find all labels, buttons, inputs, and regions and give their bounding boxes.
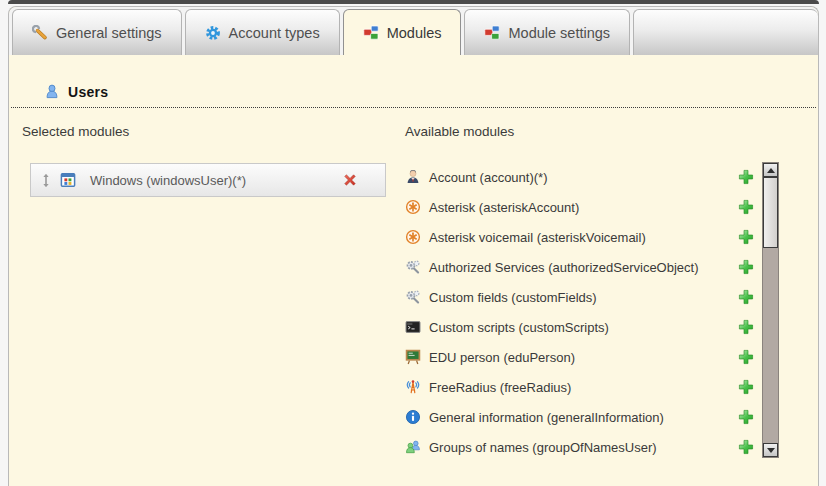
section-header-users: Users [44, 84, 108, 100]
available-modules-list: Account (account)(*) Asterisk (asteriskA… [405, 162, 754, 462]
add-icon [738, 229, 754, 245]
add-module-button[interactable] [738, 229, 754, 245]
add-icon [738, 199, 754, 215]
tab-modules[interactable]: Modules [343, 9, 462, 55]
selected-module-row: Windows (windowsUser)(*) [30, 163, 386, 197]
add-module-button[interactable] [738, 409, 754, 425]
arrow-down-icon [767, 448, 775, 453]
services-icon [405, 289, 421, 305]
module-label: Asterisk (asteriskAccount) [429, 200, 738, 215]
add-module-button[interactable] [738, 319, 754, 335]
antenna-icon [405, 379, 421, 395]
available-modules-label: Available modules [405, 124, 514, 139]
asterisk-icon [405, 229, 421, 245]
add-module-button[interactable] [738, 349, 754, 365]
terminal-icon [405, 319, 421, 335]
info-icon [405, 409, 421, 425]
add-module-button[interactable] [738, 169, 754, 185]
module-label: General information (generalInformation) [429, 410, 738, 425]
add-icon [738, 319, 754, 335]
scrollbar-down-button[interactable] [763, 443, 778, 457]
available-module-row: Asterisk voicemail (asteriskVoicemail) [405, 222, 754, 252]
asterisk-icon [405, 199, 421, 215]
add-module-button[interactable] [738, 259, 754, 275]
section-divider [11, 107, 816, 108]
add-module-button[interactable] [738, 379, 754, 395]
add-icon [738, 379, 754, 395]
available-module-row: Groups of names (groupOfNamesUser) [405, 432, 754, 462]
module-label: Custom fields (customFields) [429, 290, 738, 305]
available-module-row: EDU person (eduPerson) [405, 342, 754, 372]
delete-icon [342, 172, 358, 188]
module-label: Groups of names (groupOfNamesUser) [429, 440, 738, 455]
available-module-row: Asterisk (asteriskAccount) [405, 192, 754, 222]
available-module-row: Custom fields (customFields) [405, 282, 754, 312]
module-label: Asterisk voicemail (asteriskVoicemail) [429, 230, 738, 245]
scrollbar[interactable] [762, 162, 779, 458]
add-icon [738, 259, 754, 275]
tab-label: Module settings [508, 25, 610, 41]
gear-icon [205, 25, 221, 41]
available-module-row: General information (generalInformation) [405, 402, 754, 432]
available-module-row: Custom scripts (customScripts) [405, 312, 754, 342]
scrollbar-up-button[interactable] [763, 163, 778, 177]
user-icon [44, 84, 60, 100]
add-icon [738, 169, 754, 185]
module-label: Custom scripts (customScripts) [429, 320, 738, 335]
tab-bar: General settings Account types Modules M… [9, 7, 818, 55]
module-label: Account (account)(*) [429, 170, 738, 185]
add-icon [738, 409, 754, 425]
tab-label: Account types [229, 25, 320, 41]
scrollbar-thumb[interactable] [763, 177, 778, 248]
window-top-edge [8, 0, 819, 4]
add-icon [738, 289, 754, 305]
windows-icon [60, 172, 76, 188]
module-label: FreeRadius (freeRadius) [429, 380, 738, 395]
settings-panel: General settings Account types Modules M… [8, 6, 819, 486]
tab-module-settings[interactable]: Module settings [464, 9, 630, 55]
module-label: Authorized Services (authorizedServiceOb… [429, 260, 738, 275]
add-module-button[interactable] [738, 199, 754, 215]
remove-module-button[interactable] [342, 172, 358, 188]
account-icon [405, 169, 421, 185]
module-label: Windows (windowsUser)(*) [90, 173, 246, 188]
available-module-row: Account (account)(*) [405, 162, 754, 192]
wrench-icon [32, 25, 48, 41]
services-icon [405, 259, 421, 275]
add-icon [738, 349, 754, 365]
module-label: EDU person (eduPerson) [429, 350, 738, 365]
group-icon [405, 439, 421, 455]
add-module-button[interactable] [738, 289, 754, 305]
sort-handle-icon[interactable] [40, 173, 52, 188]
tab-bar-filler [633, 9, 818, 55]
tab-label: General settings [56, 25, 162, 41]
bricks-icon [484, 25, 500, 41]
blackboard-icon [405, 349, 421, 365]
selected-modules-label: Selected modules [22, 124, 129, 139]
add-module-button[interactable] [738, 439, 754, 455]
available-module-row: FreeRadius (freeRadius) [405, 372, 754, 402]
tab-account-types[interactable]: Account types [185, 9, 340, 55]
tab-general-settings[interactable]: General settings [12, 9, 182, 55]
tab-label: Modules [387, 25, 442, 41]
bricks-icon [363, 25, 379, 41]
add-icon [738, 439, 754, 455]
arrow-up-icon [767, 168, 775, 173]
section-title: Users [68, 84, 108, 100]
available-module-row: Authorized Services (authorizedServiceOb… [405, 252, 754, 282]
